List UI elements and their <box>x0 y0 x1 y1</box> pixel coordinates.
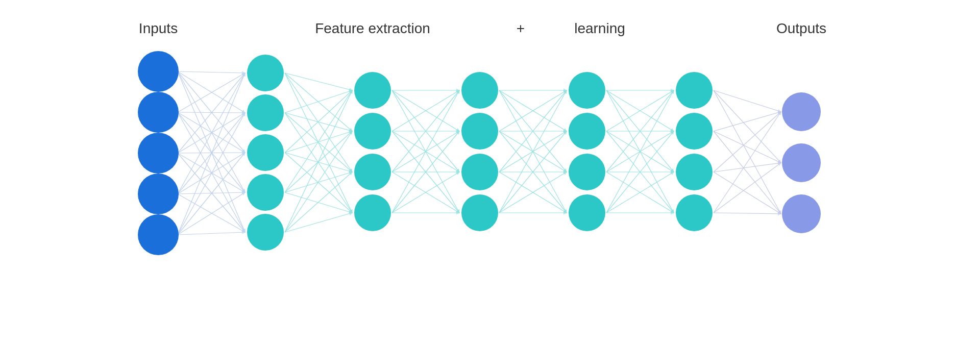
h1-node-1 <box>247 55 284 91</box>
svg-line-43 <box>285 172 352 232</box>
connections-l6-output <box>714 90 781 214</box>
input-node-5 <box>138 214 179 255</box>
h2-node-2 <box>354 113 391 150</box>
plus-label: + <box>517 20 525 36</box>
connections-l3-l4 <box>392 90 459 213</box>
h1-node-4 <box>247 174 284 211</box>
output-node-3 <box>782 194 821 233</box>
h2-node-4 <box>354 194 391 231</box>
outputs-label: Outputs <box>776 20 826 36</box>
h3-node-3 <box>461 154 498 190</box>
h1-node-3 <box>247 134 284 171</box>
h3-node-2 <box>461 113 498 150</box>
h5-node-2 <box>676 113 713 150</box>
h4-node-4 <box>569 194 605 231</box>
hidden-layer-3 <box>461 72 498 231</box>
svg-line-9 <box>178 112 245 232</box>
h3-node-4 <box>461 194 498 231</box>
h1-node-2 <box>247 94 284 131</box>
h5-node-4 <box>676 194 713 231</box>
h5-node-1 <box>676 72 713 109</box>
svg-line-4 <box>178 71 245 232</box>
svg-line-8 <box>178 112 245 192</box>
svg-line-24 <box>178 232 245 235</box>
inputs-label: Inputs <box>139 20 178 36</box>
svg-line-96 <box>714 112 781 131</box>
connections-l2-l3 <box>285 73 352 232</box>
connections-l4-l5 <box>499 90 567 213</box>
svg-line-10 <box>178 73 245 153</box>
svg-line-2 <box>178 71 245 153</box>
output-layer <box>782 92 821 233</box>
svg-line-35 <box>285 153 352 172</box>
input-node-1 <box>138 51 179 92</box>
svg-line-98 <box>714 131 781 214</box>
hidden-layer-5 <box>676 72 713 231</box>
svg-line-101 <box>714 172 781 214</box>
svg-line-40 <box>285 192 352 213</box>
hidden-layer-4 <box>569 72 605 231</box>
h4-node-1 <box>569 72 605 109</box>
input-node-4 <box>138 174 179 214</box>
svg-line-104 <box>714 213 781 214</box>
output-node-1 <box>782 92 821 131</box>
hidden-layer-1 <box>247 55 284 251</box>
learning-label: learning <box>574 20 625 36</box>
svg-line-7 <box>178 112 245 153</box>
h1-node-5 <box>247 214 284 251</box>
h4-node-2 <box>569 113 605 150</box>
output-node-2 <box>782 143 821 182</box>
main-container: Inputs Feature extraction + learning Out… <box>0 0 980 346</box>
svg-line-23 <box>178 192 245 235</box>
h5-node-3 <box>676 154 713 190</box>
input-node-3 <box>138 133 179 174</box>
svg-line-0 <box>178 71 245 73</box>
svg-line-37 <box>285 90 352 192</box>
svg-line-42 <box>285 131 352 232</box>
h2-node-1 <box>354 72 391 109</box>
h4-node-3 <box>569 154 605 190</box>
svg-line-99 <box>714 112 781 172</box>
svg-line-20 <box>178 73 245 235</box>
hidden-layer-2 <box>354 72 391 231</box>
h2-node-3 <box>354 154 391 190</box>
svg-line-97 <box>714 131 781 163</box>
connections-l1-l2 <box>178 71 245 235</box>
feature-extraction-label: Feature extraction <box>315 20 430 36</box>
input-layer <box>138 51 179 255</box>
h3-node-1 <box>461 72 498 109</box>
connections-l5-l6 <box>606 90 674 213</box>
svg-line-44 <box>285 213 352 232</box>
svg-line-19 <box>178 194 245 232</box>
svg-line-15 <box>178 73 245 194</box>
input-node-2 <box>138 92 179 133</box>
